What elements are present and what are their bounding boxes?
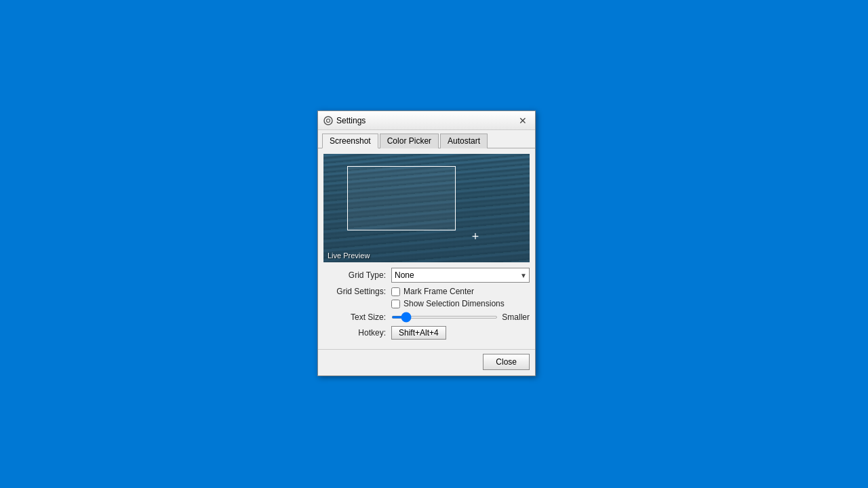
settings-dialog: Settings ✕ Screenshot Color Picker Autos… — [317, 110, 536, 376]
grid-type-label: Grid Type: — [323, 270, 391, 280]
tab-color-picker[interactable]: Color Picker — [380, 134, 439, 148]
dialog-title: Settings — [336, 116, 366, 125]
settings-icon — [323, 116, 333, 125]
text-size-row: Text Size: Smaller — [323, 312, 530, 322]
mark-frame-center-label: Mark Frame Center — [403, 287, 474, 296]
text-size-slider-area: Smaller — [391, 312, 530, 322]
grid-settings-row: Grid Settings: Mark Frame Center Show Se… — [323, 287, 530, 308]
dialog-footer: Close — [318, 349, 535, 375]
dialog-content: + Live Preview Grid Type: None ▼ Grid Se… — [318, 148, 535, 349]
grid-settings-options: Mark Frame Center Show Selection Dimensi… — [391, 287, 530, 308]
tab-autostart[interactable]: Autostart — [440, 134, 488, 148]
grid-settings-label: Grid Settings: — [323, 287, 391, 296]
title-bar-left: Settings — [323, 116, 366, 125]
grid-type-row: Grid Type: None ▼ — [323, 268, 530, 283]
grid-type-dropdown[interactable]: None — [391, 268, 530, 283]
show-selection-dimensions-label: Show Selection Dimensions — [403, 299, 505, 308]
show-selection-dimensions-row: Show Selection Dimensions — [391, 299, 530, 308]
selection-rectangle — [347, 166, 456, 230]
live-preview-area: + Live Preview — [323, 154, 530, 262]
hotkey-label: Hotkey: — [323, 328, 391, 338]
crosshair-icon: + — [469, 230, 481, 243]
mark-frame-center-checkbox[interactable] — [391, 287, 400, 296]
grid-type-dropdown-wrapper: None ▼ — [391, 268, 530, 283]
hotkey-row: Hotkey: Shift+Alt+4 — [323, 326, 530, 340]
title-bar: Settings ✕ — [318, 111, 535, 130]
svg-point-1 — [327, 119, 330, 122]
live-preview-label: Live Preview — [328, 251, 370, 260]
hotkey-button[interactable]: Shift+Alt+4 — [391, 326, 446, 340]
text-size-right-label: Smaller — [502, 312, 530, 322]
close-dialog-button[interactable]: Close — [483, 354, 530, 370]
show-selection-dimensions-checkbox[interactable] — [391, 300, 400, 308]
mark-frame-center-row: Mark Frame Center — [391, 287, 530, 296]
tab-screenshot[interactable]: Screenshot — [322, 134, 378, 148]
text-size-slider[interactable] — [391, 316, 498, 319]
text-size-label: Text Size: — [323, 312, 391, 322]
window-close-button[interactable]: ✕ — [516, 114, 530, 127]
svg-point-0 — [324, 117, 332, 125]
tab-bar: Screenshot Color Picker Autostart — [318, 130, 535, 148]
hotkey-control: Shift+Alt+4 — [391, 326, 530, 340]
